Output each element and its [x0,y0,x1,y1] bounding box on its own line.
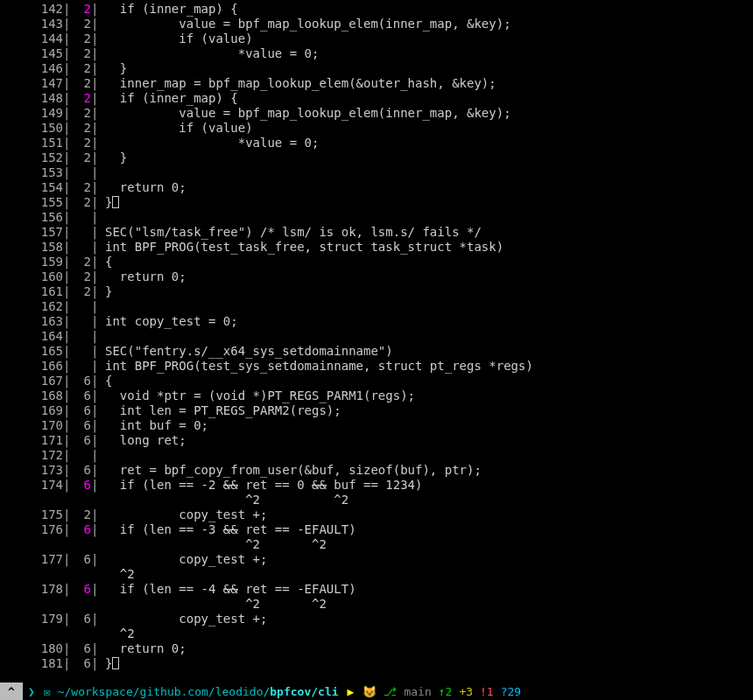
cwd-path: ~/workspace/github.com/leodido/bpfcov/cl… [54,682,342,700]
code-line: 146|2| } [0,61,753,76]
code-line: 145|2| *value = 0; [0,46,753,61]
code-line: 142|2| if (inner_map) { [0,2,753,17]
code-line: 177|6| copy_test +; [0,552,753,567]
code-line: 169|6| int len = PT_REGS_PARM2(regs); [0,403,753,418]
code-line: 143|2| value = bpf_map_lookup_elem(inner… [0,17,753,32]
code-line: 173|6| ret = bpf_copy_from_user(&buf, si… [0,463,753,478]
branch-annotation: ^2 ^2 [0,597,753,612]
cursor-icon [112,196,119,208]
code-line: 178|6| if (len == -4 && ret == -EFAULT) [0,582,753,597]
code-line: 152|2| } [0,150,753,165]
code-output: 142|2| if (inner_map) {143|2| value = bp… [0,2,753,671]
chevron-right-icon: ❯ [23,682,40,700]
code-line: 168|6| void *ptr = (void *)PT_REGS_PARM1… [0,388,753,403]
code-line: 157||SEC("lsm/task_free") /* lsm/ is ok,… [0,225,753,240]
code-line: 154|2| return 0; [0,180,753,195]
code-line: 165||SEC("fentry.s/__x64_sys_setdomainna… [0,344,753,359]
status-bar: ^ ❯ ✉ ~/workspace/github.com/leodido/bpf… [0,682,753,700]
code-line: 151|2| *value = 0; [0,136,753,150]
code-line: 181|6|} [0,656,753,671]
branch-annotation: ^2 ^2 [0,537,753,552]
code-line: 164|| [0,329,753,344]
git-modified: !1 [476,682,497,700]
code-line: 170|6| int buf = 0; [0,418,753,433]
terminal-window[interactable]: 142|2| if (inner_map) {143|2| value = bp… [0,0,753,700]
code-line: 153|| [0,165,753,180]
code-line: 155|2|} [0,195,753,210]
git-icon: 😺 [359,682,380,700]
mail-icon: ✉ [40,682,54,700]
code-line: 159|2|{ [0,255,753,270]
git-staged: +3 [455,682,476,700]
code-line: 162|| [0,299,753,314]
code-line: 171|6| long ret; [0,433,753,448]
code-line: 158||int BPF_PROG(test_task_free, struct… [0,240,753,255]
branch-annotation: ^2 ^2 [0,493,753,508]
triangle-right-icon: ▶ [342,682,360,700]
code-line: 179|6| copy_test +; [0,612,753,626]
code-line: 147|2| inner_map = bpf_map_lookup_elem(&… [0,76,753,91]
git-ahead: ↑2 [435,682,456,700]
code-line: 148|2| if (inner_map) { [0,91,753,106]
branch-annotation: ^2 [0,567,753,582]
code-line: 167|6|{ [0,374,753,388]
code-line: 150|2| if (value) [0,121,753,136]
code-line: 149|2| value = bpf_map_lookup_elem(inner… [0,106,753,121]
code-line: 166||int BPF_PROG(test_sys_setdomainname… [0,359,753,374]
branch-icon: ⎇ [380,682,400,700]
code-line: 144|2| if (value) [0,32,753,46]
code-line: 175|2| copy_test +; [0,508,753,522]
code-line: 180|6| return 0; [0,641,753,656]
code-line: 172|| [0,448,753,463]
code-line: 160|2| return 0; [0,270,753,284]
code-line: 176|6| if (len == -3 && ret == -EFAULT) [0,522,753,537]
code-line: 163||int copy_test = 0; [0,314,753,329]
prompt-icon: ^ [0,682,23,700]
code-line: 156|| [0,210,753,225]
cursor-icon [112,657,119,669]
git-branch: main [400,682,434,700]
code-line: 161|2|} [0,284,753,299]
code-line: 174|6| if (len == -2 && ret == 0 && buf … [0,478,753,493]
git-untracked: ?29 [497,682,524,700]
branch-annotation: ^2 [0,626,753,641]
